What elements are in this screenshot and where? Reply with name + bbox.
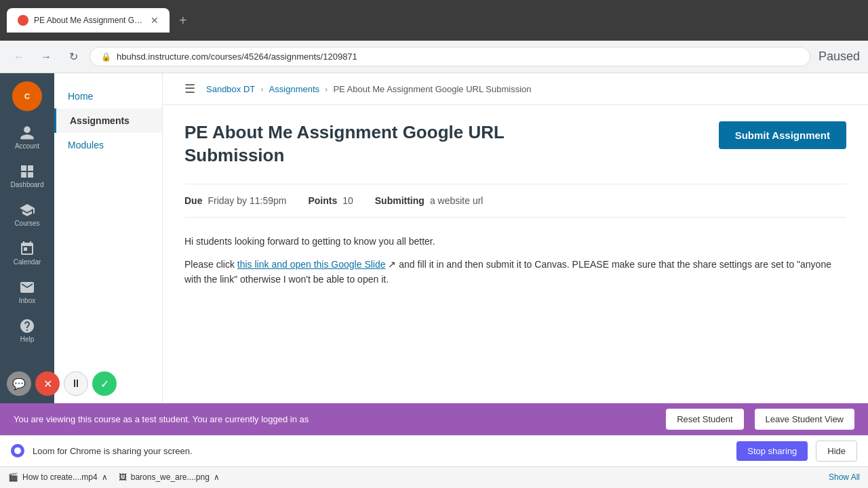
- reload-button[interactable]: ↻: [62, 46, 84, 68]
- overlay-controls: 💬 ✕ ⏸ ✓: [7, 371, 117, 396]
- due-label: Due: [184, 195, 202, 206]
- tab-title: PE About Me Assignment Google URL Submis…: [34, 16, 145, 25]
- close-control-button[interactable]: ✕: [35, 371, 60, 396]
- due-value: Friday by 11:59pm: [208, 195, 286, 206]
- breadcrumb-sandbox[interactable]: Sandbox DT: [206, 84, 255, 94]
- stop-sharing-button[interactable]: Stop sharing: [736, 441, 808, 461]
- nav-assignments[interactable]: Assignments: [54, 108, 162, 133]
- google-slide-link[interactable]: this link and open this Google Slide: [237, 259, 386, 270]
- sidebar-item-courses[interactable]: Courses: [3, 197, 51, 232]
- submit-assignment-button[interactable]: Submit Assignment: [719, 121, 846, 149]
- browser-tab[interactable]: PE About Me Assignment Google URL Submis…: [7, 8, 170, 33]
- file-name-2: barons_we_are....png: [131, 472, 210, 482]
- canvas-sidebar: C Account Dashboard Courses Calendar: [0, 73, 54, 403]
- sidebar-item-dashboard[interactable]: Dashboard: [3, 158, 51, 194]
- svg-text:C: C: [24, 92, 30, 100]
- sidebar-item-dashboard-label: Dashboard: [11, 181, 44, 188]
- breadcrumb: ☰ Sandbox DT › Assignments › PE About Me…: [163, 73, 868, 105]
- file-item-1[interactable]: 🎬 How to create....mp4 ∧: [8, 472, 108, 482]
- file-icon-1: 🎬: [8, 472, 18, 482]
- loom-message: Loom for Chrome is sharing your screen.: [33, 446, 728, 456]
- url-bar[interactable]: 🔒 hbuhsd.instructure.com/courses/45264/a…: [90, 47, 810, 66]
- body-paragraph-1: Hi students looking forward to getting t…: [184, 234, 846, 249]
- sidebar-item-account-label: Account: [15, 142, 39, 150]
- nav-modules[interactable]: Modules: [54, 133, 162, 157]
- svg-point-2: [14, 447, 21, 454]
- check-control-button[interactable]: ✓: [92, 371, 117, 396]
- new-tab-button[interactable]: +: [179, 13, 187, 28]
- leave-student-view-button[interactable]: Leave Student View: [755, 409, 854, 430]
- file-bar: 🎬 How to create....mp4 ∧ 🖼 barons_we_are…: [0, 466, 868, 488]
- loom-bar: Loom for Chrome is sharing your screen. …: [0, 435, 868, 466]
- sidebar-item-courses-label: Courses: [14, 220, 39, 227]
- browser-nav: ← → ↻ 🔒 hbuhsd.instructure.com/courses/4…: [0, 41, 868, 73]
- student-view-text: You are viewing this course as a test st…: [14, 414, 309, 424]
- breadcrumb-sep-1: ›: [260, 84, 263, 94]
- file-chevron-1: ∧: [102, 472, 108, 482]
- breadcrumb-sep-2: ›: [325, 84, 328, 94]
- submitting-label: Submitting: [375, 195, 425, 206]
- chat-control-button[interactable]: 💬: [7, 371, 31, 396]
- file-chevron-2: ∧: [214, 472, 220, 482]
- hide-button[interactable]: Hide: [816, 441, 857, 462]
- points-label: Points: [308, 195, 337, 206]
- breadcrumb-current: PE About Me Assignment Google URL Submis…: [333, 84, 531, 94]
- body-before-link: Please click: [184, 259, 237, 270]
- back-button[interactable]: ←: [8, 46, 30, 68]
- file-item-2[interactable]: 🖼 barons_we_are....png ∧: [119, 472, 220, 482]
- student-view-message: You are viewing this course as a test st…: [14, 414, 655, 424]
- pause-control-button[interactable]: ⏸: [64, 371, 88, 396]
- external-link-icon: ↗: [386, 259, 397, 270]
- sidebar-item-help[interactable]: Help: [3, 312, 51, 348]
- sidebar-item-calendar[interactable]: Calendar: [3, 235, 51, 271]
- sidebar-item-account[interactable]: Account: [3, 119, 51, 155]
- show-all-button[interactable]: Show All: [829, 472, 860, 482]
- file-icon-2: 🖼: [119, 472, 127, 482]
- assignment-header: PE About Me Assignment Google URL Submis…: [184, 121, 846, 167]
- tab-favicon: [18, 15, 28, 26]
- assignment-body: Hi students looking forward to getting t…: [184, 234, 846, 287]
- canvas-logo[interactable]: C: [12, 81, 42, 111]
- assignment-meta: Due Friday by 11:59pm Points 10 Submitti…: [184, 184, 846, 218]
- main-content: ☰ Sandbox DT › Assignments › PE About Me…: [163, 73, 868, 403]
- file-name-1: How to create....mp4: [22, 472, 98, 482]
- sidebar-item-inbox[interactable]: Inbox: [3, 274, 51, 310]
- lock-icon: 🔒: [101, 52, 111, 62]
- sidebar-item-inbox-label: Inbox: [19, 297, 35, 304]
- loom-icon: [11, 444, 24, 458]
- sidebar-item-help-label: Help: [20, 336, 35, 343]
- sidebar-item-calendar-label: Calendar: [14, 258, 41, 266]
- nav-home[interactable]: Home: [54, 84, 162, 108]
- meta-due: Due Friday by 11:59pm: [184, 195, 286, 206]
- browser-chrome: PE About Me Assignment Google URL Submis…: [0, 0, 868, 41]
- body-paragraph-2: Please click this link and open this Goo…: [184, 257, 846, 287]
- points-value: 10: [342, 195, 353, 206]
- meta-points: Points 10: [308, 195, 353, 206]
- submitting-value: a website url: [430, 195, 484, 206]
- reset-student-button[interactable]: Reset Student: [666, 409, 743, 430]
- student-view-bar: You are viewing this course as a test st…: [0, 403, 868, 434]
- breadcrumb-assignments[interactable]: Assignments: [269, 84, 319, 94]
- course-navigation: Home Assignments Modules: [54, 73, 163, 403]
- forward-button[interactable]: →: [35, 46, 57, 68]
- assignment-title: PE About Me Assignment Google URL Submis…: [184, 121, 551, 167]
- hamburger-icon[interactable]: ☰: [184, 81, 195, 96]
- meta-submitting: Submitting a website url: [375, 195, 484, 206]
- paused-label: Paused: [818, 49, 860, 64]
- tab-close-icon[interactable]: ✕: [151, 15, 159, 26]
- url-text: hbuhsd.instructure.com/courses/45264/ass…: [117, 52, 357, 62]
